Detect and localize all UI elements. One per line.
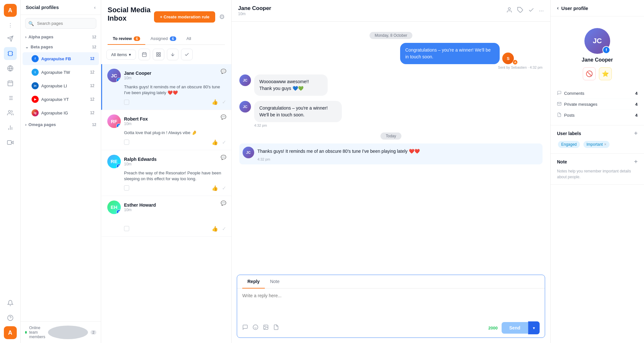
esther-checkbox[interactable] [124,226,129,231]
reply-input[interactable] [242,293,540,312]
assign-icon[interactable] [528,7,534,15]
jane-checkbox[interactable] [124,100,129,105]
sidebar-section-omega[interactable]: › Omega pages 12 [21,120,101,130]
inbox-card-esther[interactable]: EH f Esther Howard 10m 💬 👍 [101,196,231,237]
settings-icon[interactable]: ⚙ [219,13,225,21]
svg-rect-30 [159,55,160,56]
block-user-button[interactable]: 🚫 [583,67,596,80]
calendar-filter-btn[interactable] [139,49,150,60]
logo-button[interactable]: A [4,4,17,17]
bottom-logo: A [4,326,17,339]
remove-important-label[interactable]: × [604,142,606,147]
all-items-filter[interactable]: All items ▾ [106,50,136,60]
esther-name: Esther Howard [124,202,156,208]
char-count: 2000 [488,326,498,330]
check-icon-jane[interactable]: ✓ [222,99,226,105]
robert-name: Robert Fox [124,116,148,122]
inbox-card-jane[interactable]: JC f Jane Cooper 10m 💬 Thanks guys! It r… [101,64,231,110]
reply-box: Reply Note [237,275,545,338]
back-arrow-icon[interactable]: ‹ [557,5,559,11]
sidebar-footer: Online team members 2 [21,321,101,343]
menu-dots-button[interactable]: ⋮ [5,20,15,30]
check-icon-ralph[interactable]: ✓ [222,185,226,191]
nav-icon-list[interactable] [4,92,17,104]
add-label-button[interactable]: + [634,130,638,137]
more-options-icon[interactable]: ··· [539,7,544,14]
nav-icon-chart[interactable] [4,121,17,134]
comments-icon [557,91,562,96]
sidebar-item-tw[interactable]: t Agorapulse TW 12 [23,66,99,79]
grid-filter-btn[interactable] [153,49,164,60]
jane-card-text: Thanks guys! It reminds me of an obscure… [124,84,226,96]
inbox-items-list: JC f Jane Cooper 10m 💬 Thanks guys! It r… [101,64,231,343]
check-icon-robert[interactable]: ✓ [222,139,226,145]
tab-to-review[interactable]: To review 6 [108,33,145,45]
robert-time: 10m [124,122,148,126]
nav-icon-calendar[interactable] [4,77,17,90]
user-profile-icon[interactable] [506,7,513,15]
inbox-card-ralph[interactable]: RE f Ralph Edwards 10m 💬 Preach the way … [101,150,231,196]
reply-tab-reply[interactable]: Reply [242,275,265,289]
send-button[interactable]: Send [502,322,528,334]
inbox-card-robert[interactable]: RF f Robert Fox 10m 💬 Gotta love that pl… [101,110,231,150]
sidebar-collapse-icon[interactable]: ‹ [94,5,96,10]
create-moderation-rule-button[interactable]: + Create moderation rule [154,11,215,23]
like-icon-ralph[interactable]: 👍 [212,185,218,191]
sidebar-title: Social profiles [26,5,59,10]
sidebar-item-li[interactable]: in Agorapulse LI 12 [23,79,99,92]
received-bubble-today: Thanks guys! It reminds me of an obscure… [257,147,455,156]
nav-icon-inbox[interactable] [4,47,17,60]
emoji-tool-icon[interactable] [253,324,258,332]
inbox-filter: All items ▾ [101,45,231,64]
tab-assigned[interactable]: Assigned 6 [145,33,181,45]
profile-fb-badge: f [602,46,610,54]
dropdown-icon: ▾ [129,52,131,57]
tag-icon[interactable] [517,7,524,15]
review-badge: 6 [134,36,140,41]
add-note-button[interactable]: + [634,158,638,165]
nav-icon-send[interactable] [4,32,17,45]
posts-icon [557,113,562,118]
nav-icon-video[interactable] [4,136,17,149]
star-user-button[interactable]: ⭐ [599,67,612,80]
tab-all[interactable]: All [181,33,196,45]
inbox-header: Social Media Inbox + Create moderation r… [101,0,231,45]
like-icon-jane[interactable]: 👍 [212,99,218,105]
sidebar-item-fb[interactable]: f Agorapulse FB 12 [23,52,99,65]
svg-rect-29 [157,55,158,56]
svg-rect-5 [8,81,13,86]
svg-point-38 [264,326,265,327]
sidebar: Social profiles ‹ 🔍 › Alpha pages 12 ⌄ B… [21,0,101,343]
check-filter-btn[interactable] [181,49,193,60]
sidebar-section-alpha[interactable]: › Alpha pages 12 [21,32,101,42]
send-dropdown-button[interactable]: ▾ [528,321,540,334]
nav-icon-help[interactable] [4,311,17,324]
profile-avatar-wrap: JC f [584,28,610,54]
nav-icon-globe[interactable] [4,62,17,75]
ralph-card-text: Preach the way of the Resonator! People … [124,170,226,182]
template-tool-icon[interactable] [273,324,279,332]
sidebar-item-yt[interactable]: ▶ Agorapulse YT 12 [23,93,99,106]
sidebar-section-beta[interactable]: ⌄ Beta pages 12 [21,42,101,52]
svg-rect-23 [142,53,146,57]
sidebar-item-ig[interactable]: ig Agorapulse IG 12 [23,106,99,119]
message-tool-icon[interactable] [242,324,248,332]
check-icon-esther[interactable]: ✓ [222,226,226,232]
sort-filter-btn[interactable] [167,49,178,60]
nav-icon-users[interactable] [4,106,17,119]
robert-checkbox[interactable] [124,140,129,145]
card-message-icon: 💬 [221,69,226,74]
chevron-right-icon: › [25,34,26,39]
search-input[interactable] [25,18,96,29]
like-icon-robert[interactable]: 👍 [212,139,218,145]
ralph-avatar: RE f [107,155,121,168]
svg-rect-20 [7,141,11,144]
image-tool-icon[interactable] [263,324,269,332]
search-icon: 🔍 [28,21,34,26]
reply-tab-note[interactable]: Note [265,275,285,289]
ralph-name: Ralph Edwards [124,157,157,162]
like-icon-esther[interactable]: 👍 [212,226,218,232]
inbox-list: Social Media Inbox + Create moderation r… [101,0,232,343]
ralph-checkbox[interactable] [124,185,129,191]
nav-icon-bell[interactable] [4,297,17,309]
